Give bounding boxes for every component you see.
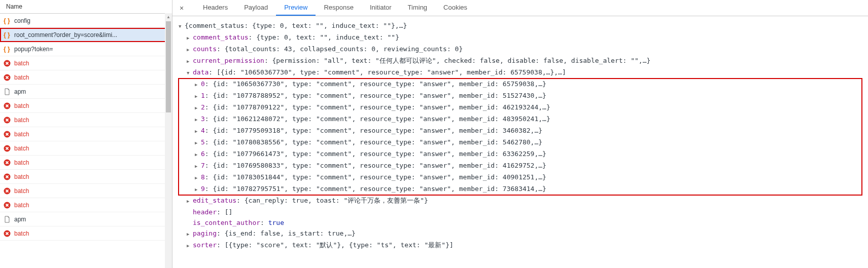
expand-icon[interactable] bbox=[187, 195, 192, 207]
prop-paging[interactable]: paging: {is_end: false, is_start: true,…… bbox=[193, 229, 356, 237]
request-row[interactable]: batch bbox=[0, 127, 172, 141]
json-icon: { } bbox=[3, 45, 11, 53]
data-item[interactable]: 0: {id: "10650367730", type: "comment", … bbox=[201, 80, 546, 88]
data-array-items: 0: {id: "10650367730", type: "comment", … bbox=[179, 79, 862, 195]
tab-cookies[interactable]: Cookies bbox=[435, 0, 475, 16]
request-name: popup?token= bbox=[14, 46, 53, 53]
request-name: apm bbox=[14, 88, 26, 95]
svg-text:{ }: { } bbox=[4, 17, 10, 24]
data-item[interactable]: 6: {id: "10779661473", type: "comment", … bbox=[201, 150, 546, 158]
expand-icon[interactable] bbox=[195, 172, 200, 183]
error-icon bbox=[3, 229, 11, 238]
expand-icon[interactable] bbox=[195, 90, 200, 102]
tab-response[interactable]: Response bbox=[316, 0, 362, 16]
data-item[interactable]: 3: {id: "10621248072", type: "comment", … bbox=[201, 115, 550, 123]
data-item[interactable]: 2: {id: "10778709122", type: "comment", … bbox=[201, 103, 550, 111]
tab-preview[interactable]: Preview bbox=[276, 0, 316, 16]
error-icon bbox=[3, 173, 11, 181]
expand-icon[interactable] bbox=[195, 102, 200, 113]
request-name: batch bbox=[14, 230, 29, 237]
request-row[interactable]: { }root_comment?order_by=score&limi... bbox=[0, 28, 172, 42]
column-header-name[interactable]: Name bbox=[0, 0, 172, 14]
request-name: apm bbox=[14, 216, 26, 223]
expand-icon[interactable] bbox=[195, 113, 200, 125]
doc-icon bbox=[3, 88, 11, 96]
prop-edit-status[interactable]: edit_status: {can_reply: true, toast: "评… bbox=[193, 197, 428, 204]
error-icon bbox=[3, 59, 11, 67]
error-icon bbox=[3, 130, 11, 138]
request-name: batch bbox=[14, 159, 29, 166]
request-row[interactable]: batch bbox=[0, 113, 172, 127]
data-item[interactable]: 9: {id: "10782795751", type: "comment", … bbox=[201, 185, 546, 193]
prop-counts[interactable]: counts: {total_counts: 43, collapsed_cou… bbox=[193, 45, 463, 53]
expand-icon[interactable] bbox=[195, 125, 200, 137]
request-list: { }config{ }root_comment?order_by=score&… bbox=[0, 14, 172, 268]
request-row[interactable]: batch bbox=[0, 156, 172, 170]
expand-icon[interactable] bbox=[195, 183, 200, 195]
request-row[interactable]: batch bbox=[0, 99, 172, 113]
preview-body: {comment_status: {type: 0, text: "", ind… bbox=[172, 16, 868, 268]
request-row[interactable]: batch bbox=[0, 184, 172, 198]
close-icon[interactable]: × bbox=[177, 3, 187, 13]
error-icon bbox=[3, 187, 11, 195]
prop-sorter[interactable]: sorter: [{type: "score", text: "默认"}, {t… bbox=[193, 241, 454, 249]
expand-icon[interactable] bbox=[187, 228, 192, 240]
tab-initiator[interactable]: Initiator bbox=[362, 0, 400, 16]
prop-comment-status[interactable]: comment_status: {type: 0, text: "", indu… bbox=[193, 33, 399, 41]
request-row[interactable]: batch bbox=[0, 70, 172, 85]
request-row[interactable]: apm bbox=[0, 212, 172, 226]
request-name: batch bbox=[14, 145, 29, 152]
error-icon bbox=[3, 201, 11, 209]
prop-current-permission[interactable]: current_permission: {permission: "all", … bbox=[193, 57, 650, 64]
request-row[interactable]: { }popup?token= bbox=[0, 42, 172, 56]
request-row[interactable]: batch bbox=[0, 198, 172, 212]
request-row[interactable]: batch bbox=[0, 226, 172, 241]
doc-icon bbox=[3, 215, 11, 223]
prop-data[interactable]: data: [{id: "10650367730", type: "commen… bbox=[193, 68, 566, 76]
error-icon bbox=[3, 144, 11, 152]
request-name: batch bbox=[14, 117, 29, 124]
json-icon: { } bbox=[3, 17, 11, 25]
sidebar-scrollbar[interactable]: ▲ bbox=[165, 13, 172, 268]
request-name: batch bbox=[14, 74, 29, 81]
json-icon: { } bbox=[3, 31, 11, 39]
tab-timing[interactable]: Timing bbox=[400, 0, 436, 16]
expand-icon[interactable] bbox=[195, 79, 200, 90]
expand-icon[interactable] bbox=[195, 137, 200, 148]
data-item[interactable]: 5: {id: "10780838556", type: "comment", … bbox=[201, 138, 542, 146]
tab-payload[interactable]: Payload bbox=[236, 0, 276, 16]
expand-icon[interactable] bbox=[187, 32, 192, 44]
tab-headers[interactable]: Headers bbox=[195, 0, 236, 16]
root-object[interactable]: {comment_status: {type: 0, text: "", ind… bbox=[185, 22, 407, 29]
request-row[interactable]: batch bbox=[0, 56, 172, 70]
request-row[interactable]: batch bbox=[0, 170, 172, 184]
error-icon bbox=[3, 116, 11, 124]
svg-text:{ }: { } bbox=[4, 31, 10, 39]
expand-icon[interactable] bbox=[187, 67, 192, 79]
request-name: config bbox=[14, 17, 30, 24]
data-item[interactable]: 1: {id: "10778788952", type: "comment", … bbox=[201, 92, 546, 99]
expand-icon[interactable] bbox=[195, 148, 200, 160]
expand-icon[interactable] bbox=[187, 55, 192, 67]
prop-header[interactable]: header: [] bbox=[193, 208, 232, 216]
request-name: batch bbox=[14, 173, 29, 180]
data-item[interactable]: 7: {id: "10769580833", type: "comment", … bbox=[201, 162, 546, 169]
error-icon bbox=[3, 73, 11, 82]
scrollbar-thumb[interactable] bbox=[166, 21, 171, 112]
data-item[interactable]: 8: {id: "10783051844", type: "comment", … bbox=[201, 173, 546, 181]
svg-text:{ }: { } bbox=[4, 46, 10, 53]
detail-tabbar: × HeadersPayloadPreviewResponseInitiator… bbox=[172, 0, 868, 16]
expand-icon[interactable] bbox=[195, 160, 200, 172]
expand-icon[interactable] bbox=[187, 44, 192, 55]
scroll-up-icon[interactable]: ▲ bbox=[165, 13, 172, 20]
request-row[interactable]: batch bbox=[0, 141, 172, 156]
request-row[interactable]: apm bbox=[0, 85, 172, 99]
prop-is-content-author[interactable]: is_content_author: true bbox=[193, 219, 284, 226]
request-name: batch bbox=[14, 131, 29, 138]
request-row[interactable]: { }config bbox=[0, 14, 172, 28]
expand-icon[interactable] bbox=[179, 20, 184, 32]
data-item[interactable]: 4: {id: "10779509318", type: "comment", … bbox=[201, 127, 542, 134]
expand-icon[interactable] bbox=[187, 240, 192, 251]
request-name: batch bbox=[14, 187, 29, 195]
request-name: batch bbox=[14, 202, 29, 209]
